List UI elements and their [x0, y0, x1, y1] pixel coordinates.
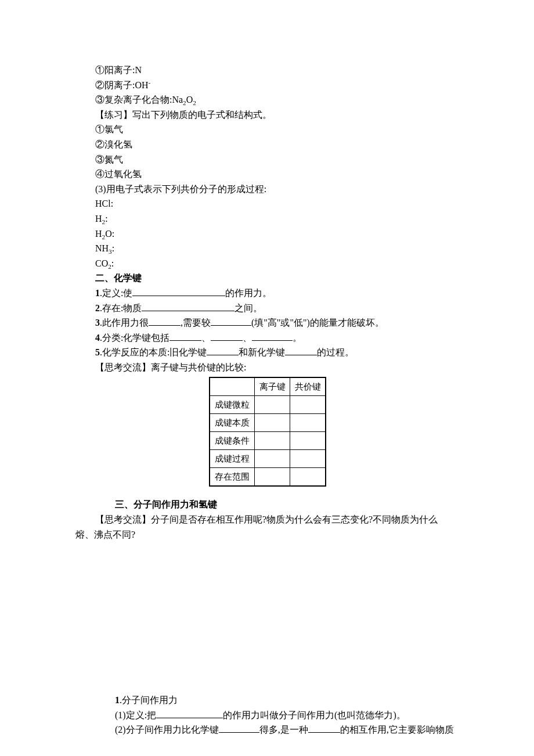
text: .分子间作用力 [120, 695, 178, 705]
formula-h2: H2: [95, 211, 459, 226]
text: 的过程。 [317, 347, 354, 357]
s2-item-1: 1.定义:使的作用力。 [95, 286, 459, 301]
text: O: [105, 229, 114, 239]
blank [211, 316, 251, 326]
s2-item-2: 2.存在:物质之间。 [95, 301, 459, 316]
table-row: 成键微粒 [210, 396, 326, 414]
text: ③复杂离子化合物:Na [95, 95, 183, 105]
text: 熔、沸点不同? [75, 530, 135, 539]
s2-item-4: 4.分类:化学键包括、、。 [95, 330, 459, 345]
blank [207, 345, 239, 355]
comparison-table: 离子键 共价键 成键微粒 成键本质 成键条件 成键过程 存在范围 [209, 377, 326, 487]
formula-hcl: HCl: [95, 196, 459, 211]
text: H [95, 229, 102, 239]
text: 的作用力叫做分子间作用力(也叫范德华力)。 [223, 710, 406, 720]
table-cell [290, 468, 326, 487]
num: 1 [95, 288, 100, 298]
blank-space [95, 542, 459, 693]
think-exchange-2: 【思考交流】分子间是否存在相互作用呢?物质为什么会有三态变化?不同物质为什么 熔… [75, 512, 459, 542]
practice-heading: 【练习】写出下列物质的电子式和结构式。 [95, 107, 459, 123]
question-3-title: (3)用电子式表示下列共价分子的形成过程: [95, 182, 459, 197]
table-row: 离子键 共价键 [210, 377, 326, 396]
text: (填"高"或"低")的能量才能破坏。 [251, 318, 384, 327]
s2-item-3: 3.此作用力很,需要较(填"高"或"低")的能量才能破坏。 [95, 315, 459, 330]
text: ,需要较 [181, 318, 211, 327]
table-row: 成键本质 [210, 414, 326, 432]
practice-item-1: ①氯气 [95, 122, 459, 137]
table-row: 存在范围 [210, 468, 326, 487]
text: : [111, 258, 114, 268]
section-3-title: 三、分子间作用力和氢键 [95, 497, 459, 512]
num: 3 [95, 318, 100, 327]
spacer [95, 489, 459, 497]
table-row-label: 成键过程 [210, 450, 255, 468]
text: 、 [201, 333, 211, 343]
blank [285, 345, 317, 355]
practice-item-3: ③氮气 [95, 152, 459, 167]
text: (2)分子间作用力比化学键 [115, 725, 219, 735]
superscript-minus: - [149, 78, 151, 85]
think-exchange-1: 【思考交流】离子键与共价键的比较: [95, 360, 459, 375]
formula-co2: CO2: [95, 256, 459, 271]
table-header-ionic: 离子键 [255, 377, 290, 396]
text: 【思考交流】分子间是否存在相互作用呢?物质为什么会有三态变化?不同物质为什么 [75, 514, 438, 524]
s2-item-5: 5.化学反应的本质:旧化学键和新化学键的过程。 [95, 345, 459, 360]
text: : [105, 214, 107, 224]
table-row-label: 成键微粒 [210, 396, 255, 414]
text: (1)定义:把 [115, 710, 156, 720]
example-cation: ①阳离子:N [95, 63, 459, 78]
table-row: 成键过程 [210, 450, 326, 468]
table-cell-empty [210, 377, 255, 396]
page-root: ①阳离子:N ②阴离子:OH- ③复杂离子化合物:Na2O2 【练习】写出下列物… [0, 0, 534, 737]
blank [211, 331, 243, 341]
blank [132, 286, 225, 296]
num: 4 [95, 333, 100, 343]
text: ②阴离子:OH [95, 80, 149, 90]
table-cell [255, 432, 290, 450]
s3-item-2: (2)分子间作用力比化学键得多,是一种的相互作用,它主要影响物质 [95, 722, 459, 737]
practice-item-4: ④过氧化氢 [95, 167, 459, 182]
heading: 三、分子间作用力和氢键 [115, 499, 217, 509]
blank [252, 331, 293, 341]
table-cell [255, 468, 290, 487]
heading: 二、化学键 [95, 273, 142, 283]
table-row-label: 成键本质 [210, 414, 255, 432]
text: 的相互作用,它主要影响物质 [340, 725, 454, 735]
table-cell [290, 432, 326, 450]
text: 得多,是一种 [259, 725, 308, 735]
table-row: 成键条件 [210, 432, 326, 450]
blank [142, 301, 234, 311]
text: O [186, 95, 193, 105]
blank [308, 723, 340, 733]
table-cell [255, 450, 290, 468]
example-complex-ionic: ③复杂离子化合物:Na2O2 [95, 92, 459, 107]
blank [149, 316, 181, 326]
text: .分类:化学键包括 [100, 333, 169, 343]
text: .存在:物质 [100, 303, 142, 313]
formula-nh3: NH3: [95, 241, 459, 256]
table-cell [255, 414, 290, 432]
s3-def: (1)定义:把的作用力叫做分子间作用力(也叫范德华力)。 [95, 708, 459, 723]
text: NH [95, 243, 109, 253]
table-header-covalent: 共价键 [290, 377, 326, 396]
num: 5 [95, 347, 100, 357]
blank [219, 723, 259, 733]
table-cell [290, 396, 326, 414]
blank [156, 708, 223, 718]
formula-h2o: H2O: [95, 226, 459, 242]
table-row-label: 成键条件 [210, 432, 255, 450]
text: 的作用力。 [225, 288, 272, 298]
text: 。 [293, 333, 302, 343]
table-cell [255, 396, 290, 414]
text: .化学反应的本质:旧化学键 [100, 347, 207, 357]
s3-item-1: 1.分子间作用力 [95, 693, 459, 708]
num: 1 [115, 695, 120, 705]
sub: 2 [193, 99, 196, 106]
text: .此作用力很 [100, 318, 149, 327]
table-row-label: 存在范围 [210, 468, 255, 487]
table-cell [290, 450, 326, 468]
table-cell [290, 414, 326, 432]
example-anion: ②阴离子:OH- [95, 78, 459, 93]
text: .定义:使 [100, 288, 132, 298]
practice-item-2: ②溴化氢 [95, 137, 459, 152]
